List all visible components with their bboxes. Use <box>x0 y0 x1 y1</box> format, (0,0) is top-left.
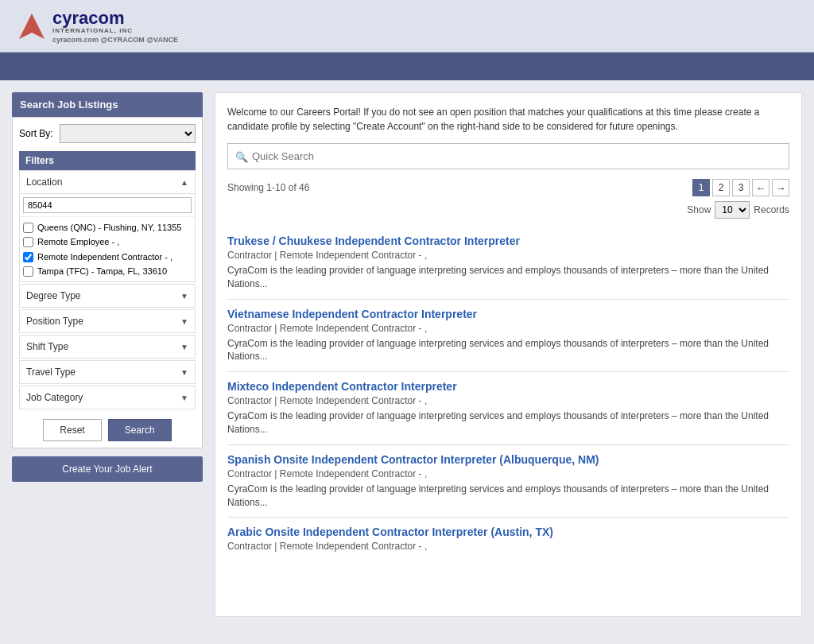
nav-bar <box>0 52 814 80</box>
shift-type-header[interactable]: Shift Type ▼ <box>20 336 195 358</box>
location-label-queens: Queens (QNC) - Flushing, NY, 11355 <box>37 222 181 233</box>
records-per-page-select[interactable]: 10 25 50 <box>715 201 750 219</box>
location-list: Queens (QNC) - Flushing, NY, 11355 Remot… <box>20 216 195 281</box>
job-category-arrow-icon: ▼ <box>180 394 188 402</box>
job-title-link[interactable]: Spanish Onsite Independent Contractor In… <box>227 453 789 466</box>
quick-search-wrap: 🔍 <box>227 143 789 169</box>
position-type-arrow-icon: ▼ <box>180 317 188 326</box>
table-row: Arabic Onsite Independent Contractor Int… <box>227 518 789 563</box>
logo-area: cyracom INTERNATIONAL, INC cyracom.com @… <box>16 8 178 44</box>
records-label: Records <box>754 204 789 215</box>
list-item: Remote Employee - , <box>23 235 192 249</box>
degree-type-label: Degree Type <box>26 290 81 301</box>
location-checkbox-tampa[interactable] <box>23 266 33 277</box>
location-filter-header[interactable]: Location ▲ <box>20 171 195 193</box>
travel-type-label: Travel Type <box>26 367 76 378</box>
location-checkbox-remote-employee[interactable] <box>23 237 33 247</box>
job-title-link[interactable]: Vietnamese Independent Contractor Interp… <box>227 308 789 320</box>
content-area: Welcome to our Careers Portal! If you do… <box>215 92 802 617</box>
job-category-header[interactable]: Job Category ▼ <box>20 386 195 409</box>
logo: cyracom INTERNATIONAL, INC cyracom.com @… <box>16 8 178 44</box>
create-alert-button[interactable]: Create Your Job Alert <box>12 456 203 482</box>
page-3-button[interactable]: 3 <box>732 179 750 196</box>
job-meta: Contractor | Remote Independent Contract… <box>227 395 789 406</box>
job-meta: Contractor | Remote Independent Contract… <box>227 250 789 261</box>
job-title-link[interactable]: Mixteco Independent Contractor Interpret… <box>227 380 789 393</box>
job-category-filter: Job Category ▼ <box>19 386 196 409</box>
prev-page-button[interactable]: ← <box>752 179 769 196</box>
degree-type-filter: Degree Type ▼ <box>19 284 196 308</box>
reset-button[interactable]: Reset <box>43 419 101 441</box>
pagination: 1 2 3 ← → <box>692 179 789 196</box>
job-desc: CyraCom is the leading provider of langu… <box>227 337 789 364</box>
location-checkbox-remote-contractor[interactable] <box>23 252 33 262</box>
shift-type-label: Shift Type <box>26 341 68 352</box>
location-label-tampa: Tampa (TFC) - Tampa, FL, 33610 <box>37 266 167 277</box>
logo-intl: INTERNATIONAL, INC <box>52 27 178 34</box>
shift-type-filter: Shift Type ▼ <box>19 335 196 359</box>
filters-bar: Filters <box>19 151 196 170</box>
job-list: Trukese / Chuukese Independent Contracto… <box>227 227 789 563</box>
job-category-label: Job Category <box>26 392 83 403</box>
button-row: Reset Search <box>19 419 196 441</box>
showing-text: Showing 1-10 of 46 <box>227 182 309 193</box>
site-header: cyracom INTERNATIONAL, INC cyracom.com @… <box>0 0 814 52</box>
sort-select[interactable] <box>60 124 196 143</box>
sidebar-inner: Sort By: Filters Location ▲ <box>12 117 203 448</box>
search-icon: 🔍 <box>235 150 248 162</box>
shift-type-arrow-icon: ▼ <box>180 343 188 351</box>
location-search-input[interactable] <box>23 197 192 213</box>
sort-label: Sort By: <box>19 128 53 139</box>
position-type-header[interactable]: Position Type ▼ <box>20 310 195 332</box>
page-2-button[interactable]: 2 <box>712 179 730 196</box>
job-title-link[interactable]: Trukese / Chuukese Independent Contracto… <box>227 235 789 247</box>
results-header: Showing 1-10 of 46 1 2 3 ← → <box>227 179 789 196</box>
position-type-filter: Position Type ▼ <box>19 309 196 333</box>
sort-row: Sort By: <box>19 124 196 143</box>
location-checkbox-queens[interactable] <box>23 223 33 233</box>
list-item: Queens (QNC) - Flushing, NY, 11355 <box>23 220 192 235</box>
job-desc: CyraCom is the leading provider of langu… <box>227 483 789 510</box>
svg-marker-0 <box>19 14 45 39</box>
job-meta: Contractor | Remote Independent Contract… <box>227 468 789 479</box>
travel-type-filter: Travel Type ▼ <box>19 360 196 384</box>
show-records: Show 10 25 50 Records <box>227 201 789 219</box>
location-label-remote-employee: Remote Employee - , <box>37 236 119 247</box>
show-label: Show <box>687 204 711 215</box>
list-item: Remote Independent Contractor - , <box>23 250 192 264</box>
degree-type-header[interactable]: Degree Type ▼ <box>20 285 195 307</box>
table-row: Mixteco Independent Contractor Interpret… <box>227 372 789 445</box>
job-meta: Contractor | Remote Independent Contract… <box>227 541 789 552</box>
travel-type-arrow-icon: ▼ <box>180 368 188 377</box>
job-meta: Contractor | Remote Independent Contract… <box>227 323 789 334</box>
sidebar: Search Job Listings Sort By: Filters Loc… <box>12 92 203 617</box>
job-desc: CyraCom is the leading provider of langu… <box>227 264 789 291</box>
quick-search-input[interactable] <box>227 143 789 169</box>
list-item: Tampa (TFC) - Tampa, FL, 33610 <box>23 264 192 278</box>
degree-type-arrow-icon: ▼ <box>180 292 188 301</box>
travel-type-header[interactable]: Travel Type ▼ <box>20 361 195 383</box>
logo-name: cyracom <box>52 8 125 29</box>
table-row: Spanish Onsite Independent Contractor In… <box>227 445 789 518</box>
location-filter: Location ▲ Queens (QNC) - Flushing, NY, … <box>19 170 196 282</box>
logo-icon <box>16 10 48 42</box>
search-button[interactable]: Search <box>108 419 172 441</box>
table-row: Vietnamese Independent Contractor Interp… <box>227 300 789 373</box>
next-page-button[interactable]: → <box>772 179 789 196</box>
job-desc: CyraCom is the leading provider of langu… <box>227 409 789 436</box>
location-label: Location <box>26 177 62 188</box>
position-type-label: Position Type <box>26 316 83 327</box>
job-title-link[interactable]: Arabic Onsite Independent Contractor Int… <box>227 526 789 538</box>
welcome-text: Welcome to our Careers Portal! If you do… <box>227 105 789 134</box>
sidebar-title: Search Job Listings <box>12 92 203 117</box>
table-row: Trukese / Chuukese Independent Contracto… <box>227 227 789 300</box>
location-arrow-icon: ▲ <box>180 178 188 187</box>
location-search <box>20 194 195 216</box>
logo-sub: cyracom.com @CYRACOM @VANCE <box>52 36 178 44</box>
main-wrap: Search Job Listings Sort By: Filters Loc… <box>0 80 814 629</box>
location-label-remote-contractor: Remote Independent Contractor - , <box>37 251 172 262</box>
location-body: Queens (QNC) - Flushing, NY, 11355 Remot… <box>20 193 195 281</box>
page-1-button[interactable]: 1 <box>692 179 710 196</box>
